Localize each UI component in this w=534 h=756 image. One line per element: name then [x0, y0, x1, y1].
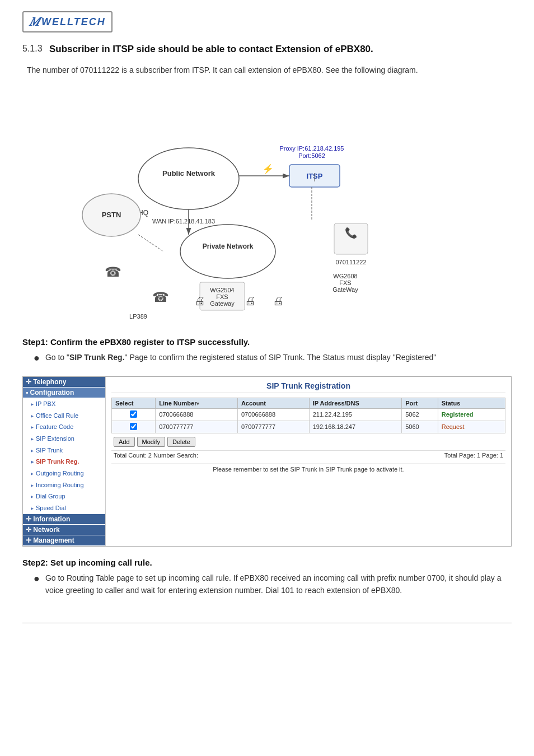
col-line-number: Line Number▾ — [156, 398, 238, 408]
row2-status: Request — [438, 421, 505, 433]
sidebar-feature-code-label: Feature Code — [36, 422, 73, 432]
svg-text:FXS: FXS — [339, 279, 351, 286]
arrow-icon: ▸ — [31, 503, 34, 513]
row2-checkbox[interactable] — [130, 423, 137, 430]
step2-heading: Step2: Set up incoming call rule. — [22, 558, 512, 567]
svg-point-13 — [180, 225, 275, 278]
row1-status: Registered — [438, 408, 505, 421]
sidebar-item-sip-trunk-reg[interactable]: ▸ SIP Trunk Reg. — [23, 456, 105, 468]
sidebar-configuration-title: ▪ Configuration — [23, 388, 105, 398]
step1-bullet-item: ● Go to "SIP Trunk Reg." Page to confirm… — [34, 351, 512, 366]
arrow-icon: ▸ — [31, 469, 34, 478]
svg-text:☎: ☎ — [152, 290, 169, 305]
delete-button[interactable]: Delete — [167, 437, 195, 447]
table-row: 0700777777 0700777777 192.168.18.247 506… — [112, 421, 505, 433]
logo-icon: 𝑀 — [29, 15, 39, 29]
bullet-dot: ● — [34, 571, 40, 587]
sidebar-sip-extension-label: SIP Extension — [36, 433, 74, 444]
logo-area: 𝑀 WELLTECH — [22, 11, 512, 32]
row1-select[interactable] — [112, 408, 156, 421]
notice-text: Please remember to set the SIP Trunk in … — [111, 463, 505, 475]
sidebar-item-incoming-routing[interactable]: ▸ Incoming Routing — [23, 479, 105, 491]
bottom-rule — [22, 623, 512, 623]
arrow-icon: ▸ — [31, 446, 34, 455]
arrow-icon: ▸ — [31, 492, 34, 501]
row2-port: 5060 — [402, 421, 438, 433]
sidebar-item-outgoing-routing[interactable]: ▸ Outgoing Routing — [23, 468, 105, 479]
table-header-row: Select Line Number▾ Account IP Address/D… — [112, 398, 505, 408]
svg-text:🖨: 🖨 — [245, 295, 256, 307]
svg-text:LP389: LP389 — [129, 313, 147, 320]
step1-bullet-text: Go to "SIP Trunk Reg." Page to confirm t… — [45, 351, 436, 363]
step1-heading: Step1: Confirm the ePBX80 register to IT… — [22, 337, 512, 347]
col-account: Account — [237, 398, 309, 408]
arrow-icon: ▸ — [31, 457, 34, 466]
add-button[interactable]: Add — [114, 437, 135, 447]
action-row: Add Modify Delete — [111, 437, 505, 447]
arrow-icon: ▸ — [31, 411, 34, 421]
section-number: 5.1.3 — [22, 44, 49, 54]
sidebar-sip-trunk-reg-label: SIP Trunk Reg. — [36, 456, 79, 467]
total-count: Total Count: 2 Number Search: — [114, 452, 198, 459]
arrow-icon: ▸ — [31, 434, 34, 444]
step2-bullet-text: Go to Routing Table page to set up incom… — [45, 572, 512, 597]
total-row: Total Count: 2 Number Search: Total Page… — [111, 450, 505, 460]
modify-button[interactable]: Modify — [137, 437, 165, 447]
sidebar: ✛ Telephony ▪ Configuration ▸ IP PBX ▸ O… — [23, 377, 106, 546]
sidebar-outgoing-routing-label: Outgoing Routing — [36, 468, 84, 479]
logo-text: WELLTECH — [41, 16, 106, 28]
arrow-icon: ▸ — [31, 399, 34, 409]
sidebar-item-dial-group[interactable]: ▸ Dial Group — [23, 491, 105, 502]
svg-text:📞: 📞 — [345, 227, 358, 239]
step1-bullets: ● Go to "SIP Trunk Reg." Page to confirm… — [22, 351, 512, 366]
logo-box: 𝑀 WELLTECH — [22, 11, 113, 32]
svg-text:WG2504: WG2504 — [210, 287, 234, 293]
sidebar-sip-trunk-label: SIP Trunk — [36, 445, 63, 456]
svg-text:Public Network: Public Network — [162, 169, 216, 178]
sidebar-information-title: ✛ Information — [23, 514, 105, 524]
page-info: Total Page: 1 Page: 1 — [444, 452, 503, 459]
row2-ip: 192.168.18.247 — [309, 421, 402, 433]
col-ip-address: IP Address/DNS — [309, 398, 402, 408]
svg-text:Private Network: Private Network — [203, 242, 254, 250]
col-port: Port — [402, 398, 438, 408]
sidebar-speed-dial-label: Speed Dial — [36, 503, 66, 514]
panel-main-content: SIP Trunk Registration Select Line Numbe… — [106, 377, 511, 546]
sip-trunk-table: Select Line Number▾ Account IP Address/D… — [111, 398, 505, 433]
diagram-container: Public Network Proxy IP:61.218.42.195 Po… — [22, 86, 512, 321]
sidebar-management-title: ✛ Management — [23, 535, 105, 545]
sip-trunk-panel: ✛ Telephony ▪ Configuration ▸ IP PBX ▸ O… — [22, 376, 512, 547]
arrow-icon: ▸ — [31, 480, 34, 490]
step2-bullet-item: ● Go to Routing Table page to set up inc… — [34, 572, 512, 600]
row1-checkbox[interactable] — [130, 410, 137, 418]
arrow-icon: ▸ — [31, 422, 34, 432]
svg-text:070111222: 070111222 — [335, 259, 366, 265]
sidebar-item-office-call-rule[interactable]: ▸ Office Call Rule — [23, 410, 105, 422]
svg-text:WAN IP:61.218.41.183: WAN IP:61.218.41.183 — [152, 218, 215, 225]
sidebar-item-speed-dial[interactable]: ▸ Speed Dial — [23, 502, 105, 514]
sidebar-office-call-rule-label: Office Call Rule — [36, 410, 78, 421]
sidebar-telephony-title: ✛ Telephony — [23, 377, 105, 387]
svg-text:🖨: 🖨 — [194, 295, 205, 307]
col-select: Select — [112, 398, 156, 408]
sidebar-item-sip-extension[interactable]: ▸ SIP Extension — [23, 433, 105, 445]
svg-text:Gateway: Gateway — [210, 300, 235, 307]
svg-text:⚡: ⚡ — [263, 164, 274, 174]
sidebar-item-ip-pbx[interactable]: ▸ IP PBX — [23, 398, 105, 410]
row1-line: 0700666888 — [156, 408, 238, 421]
svg-text:Port:5062: Port:5062 — [298, 152, 325, 159]
svg-point-0 — [138, 148, 239, 209]
bullet-dot: ● — [34, 350, 40, 366]
row2-line: 0700777777 — [156, 421, 238, 433]
sidebar-network-title: ✛ Network — [23, 525, 105, 535]
sidebar-dial-group-label: Dial Group — [36, 491, 65, 502]
sidebar-item-feature-code[interactable]: ▸ Feature Code — [23, 421, 105, 433]
network-diagram: Public Network Proxy IP:61.218.42.195 Po… — [71, 86, 463, 321]
svg-line-33 — [138, 235, 163, 251]
sidebar-item-sip-trunk[interactable]: ▸ SIP Trunk — [23, 445, 105, 456]
svg-text:FXS: FXS — [216, 293, 228, 300]
svg-text:🖨: 🖨 — [273, 295, 284, 307]
row2-select[interactable] — [112, 421, 156, 433]
svg-text:Proxy IP:61.218.42.195: Proxy IP:61.218.42.195 — [280, 145, 344, 152]
row1-ip: 211.22.42.195 — [309, 408, 402, 421]
